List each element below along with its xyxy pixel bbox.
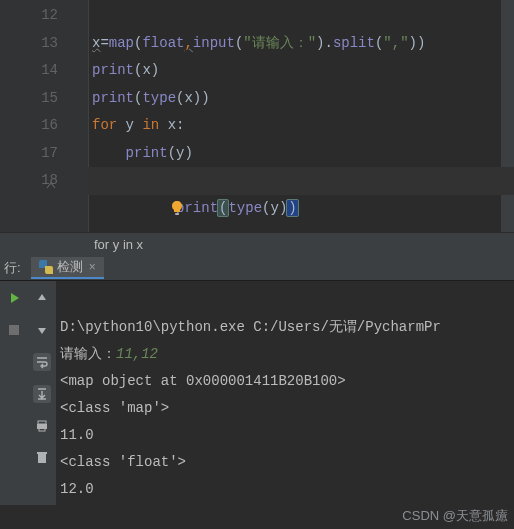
scroll-to-end-icon[interactable] bbox=[33, 385, 51, 403]
line-number: 13 bbox=[0, 30, 58, 58]
code-editor[interactable]: 12 13 14 15 16 17 18 x=map(float,input("… bbox=[0, 0, 514, 232]
code-area[interactable]: x=map(float,input("请输入：").split(",")) pr… bbox=[88, 0, 514, 232]
svg-rect-0 bbox=[175, 213, 179, 215]
gutter: 12 13 14 15 16 17 18 bbox=[0, 0, 88, 232]
soft-wrap-icon[interactable] bbox=[33, 353, 51, 371]
watermark: CSDN @天意孤癔 bbox=[402, 507, 508, 525]
code-line: print(type(y)) bbox=[88, 167, 514, 195]
close-icon[interactable]: × bbox=[89, 260, 96, 274]
svg-rect-6 bbox=[37, 452, 47, 454]
line-number: 16 bbox=[0, 112, 58, 140]
line-number: 18 bbox=[0, 167, 58, 195]
line-number: 15 bbox=[0, 85, 58, 113]
line-number: 14 bbox=[0, 57, 58, 85]
run-tab-label: 检测 bbox=[57, 258, 83, 276]
console-line: <class 'map'> bbox=[60, 400, 169, 416]
code-line: print(y) bbox=[88, 140, 514, 168]
fold-end-icon[interactable] bbox=[44, 175, 56, 187]
run-tab[interactable]: 检测 × bbox=[31, 257, 104, 279]
print-icon[interactable] bbox=[33, 417, 51, 435]
console-line: 11.0 bbox=[60, 427, 94, 443]
rerun-icon[interactable] bbox=[5, 289, 23, 307]
run-toolbar-inner bbox=[28, 281, 56, 505]
python-icon bbox=[39, 260, 53, 274]
console-prompt: 请输入： bbox=[60, 346, 116, 362]
code-line: for y in x: bbox=[88, 112, 514, 140]
console-user-input: 11,12 bbox=[116, 346, 158, 362]
stop-icon[interactable] bbox=[5, 321, 23, 339]
trash-icon[interactable] bbox=[33, 449, 51, 467]
intention-bulb-icon[interactable] bbox=[102, 171, 185, 254]
console-line: D:\python10\python.exe C:/Users/无谓/Pycha… bbox=[60, 319, 441, 335]
console-line: 12.0 bbox=[60, 481, 94, 497]
run-panel: D:\python10\python.exe C:/Users/无谓/Pycha… bbox=[0, 280, 514, 505]
up-icon[interactable] bbox=[33, 289, 51, 307]
code-line: x=map(float,input("请输入：").split(",")) bbox=[88, 30, 514, 58]
code-line: print(type(x)) bbox=[88, 85, 514, 113]
line-number: 17 bbox=[0, 140, 58, 168]
svg-rect-2 bbox=[38, 421, 46, 424]
run-toolbar-left bbox=[0, 281, 28, 505]
svg-rect-5 bbox=[38, 454, 46, 463]
code-line: print(x) bbox=[88, 57, 514, 85]
line-number: 12 bbox=[0, 2, 58, 30]
breadcrumb[interactable]: for y in x bbox=[0, 232, 514, 256]
run-label: 行: bbox=[4, 259, 21, 277]
console-line: <map object at 0x000001411B20B100> bbox=[60, 373, 346, 389]
run-tool-header: 行: 检测 × bbox=[0, 256, 514, 280]
svg-rect-1 bbox=[9, 325, 19, 335]
down-icon[interactable] bbox=[33, 321, 51, 339]
console-output[interactable]: D:\python10\python.exe C:/Users/无谓/Pycha… bbox=[56, 281, 514, 505]
svg-rect-4 bbox=[39, 428, 45, 431]
console-line: <class 'float'> bbox=[60, 454, 186, 470]
